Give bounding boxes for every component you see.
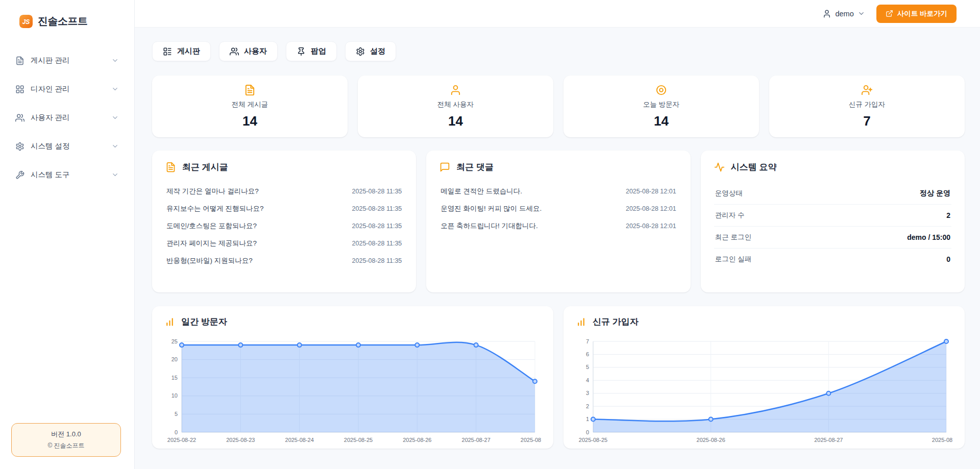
dashboard-content: 게시판 사용자 팝업 설정 전체 게시글 14 bbox=[135, 28, 980, 469]
file-text-icon bbox=[244, 84, 256, 96]
svg-text:2025-08-26: 2025-08-26 bbox=[697, 437, 725, 443]
brand[interactable]: JS 진솔소프트 bbox=[0, 0, 134, 43]
chevron-down-icon bbox=[857, 10, 865, 17]
svg-text:2: 2 bbox=[586, 403, 589, 409]
recent-post-item[interactable]: 제작 기간은 얼마나 걸리나요? 2025-08-28 11:35 bbox=[165, 183, 403, 200]
card-title-text: 최근 댓글 bbox=[456, 161, 494, 173]
post-date: 2025-08-28 11:35 bbox=[352, 188, 402, 195]
svg-text:6: 6 bbox=[586, 351, 589, 357]
summary-row-admin-count: 관리자 수 2 bbox=[714, 204, 951, 226]
middle-row: 최근 게시글 제작 기간은 얼마나 걸리나요? 2025-08-28 11:35… bbox=[152, 151, 965, 292]
sidebar-item-label: 시스템 설정 bbox=[31, 141, 105, 151]
svg-text:2025-08-28: 2025-08-28 bbox=[932, 437, 952, 443]
board-icon bbox=[163, 47, 172, 56]
recent-post-item[interactable]: 도메인/호스팅은 포함되나요? 2025-08-28 11:35 bbox=[165, 217, 403, 235]
system-summary-card: 시스템 요약 운영상태 정상 운영 관리자 수 2 최근 로그인 demo / … bbox=[701, 151, 965, 292]
comment-text: 운영진 화이팅! 커피 많이 드세요. bbox=[440, 204, 542, 213]
stat-label: 전체 사용자 bbox=[437, 100, 474, 109]
comment-date: 2025-08-28 12:01 bbox=[626, 223, 676, 230]
quick-nav-label: 사용자 bbox=[244, 46, 267, 56]
card-title-text: 최근 게시글 bbox=[182, 161, 228, 173]
wrench-icon bbox=[15, 170, 24, 180]
quick-nav-label: 팝업 bbox=[311, 46, 326, 56]
stats-row: 전체 게시글 14 전체 사용자 14 오늘 방문자 14 신규 가입자 7 bbox=[152, 76, 965, 137]
sidebar-item-label: 시스템 도구 bbox=[31, 170, 105, 180]
post-title: 관리자 페이지는 제공되나요? bbox=[166, 239, 257, 248]
file-text-icon bbox=[165, 162, 176, 172]
svg-text:7: 7 bbox=[586, 338, 589, 344]
stat-value: 14 bbox=[242, 113, 257, 129]
version-label: 버전 1.0.0 bbox=[16, 430, 116, 439]
new-signups-chart-card: 신규 가입자 012345672025-08-252025-08-262025-… bbox=[564, 306, 965, 449]
sidebar-item-board-management[interactable]: 게시판 관리 bbox=[8, 51, 126, 70]
quick-nav-popup-button[interactable]: 팝업 bbox=[286, 41, 337, 61]
sidebar-item-user-management[interactable]: 사용자 관리 bbox=[8, 108, 126, 128]
svg-text:5: 5 bbox=[175, 411, 178, 417]
user-menu[interactable]: demo bbox=[822, 9, 865, 18]
recent-comment-item[interactable]: 오픈 축하드립니다! 기대합니다. 2025-08-28 12:01 bbox=[439, 217, 677, 235]
recent-comment-item[interactable]: 메일로 견적안 드렸습니다. 2025-08-28 12:01 bbox=[439, 183, 677, 200]
summary-row-login-failures: 로그인 실패 0 bbox=[714, 248, 951, 270]
quick-nav-label: 설정 bbox=[370, 46, 385, 56]
svg-text:2025-08-28: 2025-08-28 bbox=[521, 437, 541, 443]
sidebar: JS 진솔소프트 게시판 관리 디자인 관리 사용자 관리 시스템 설정 시스템… bbox=[0, 0, 135, 469]
svg-text:15: 15 bbox=[172, 375, 178, 381]
users-icon bbox=[230, 47, 239, 56]
site-link-button[interactable]: 사이트 바로가기 bbox=[876, 5, 957, 23]
recent-post-item[interactable]: 관리자 페이지는 제공되나요? 2025-08-28 11:35 bbox=[165, 235, 403, 252]
summary-value: 2 bbox=[946, 211, 950, 219]
stat-label: 신규 가입자 bbox=[849, 100, 885, 109]
quick-nav-board-button[interactable]: 게시판 bbox=[152, 41, 211, 61]
chevron-down-icon bbox=[111, 142, 119, 150]
quick-nav: 게시판 사용자 팝업 설정 bbox=[152, 41, 965, 61]
user-plus-icon bbox=[861, 84, 873, 96]
recent-posts-title: 최근 게시글 bbox=[165, 161, 403, 173]
chevron-down-icon bbox=[111, 85, 119, 93]
daily-visitors-chart-card: 일간 방문자 05101520252025-08-222025-08-23202… bbox=[152, 306, 553, 449]
system-summary-title: 시스템 요약 bbox=[714, 161, 951, 173]
new-signups-chart: 012345672025-08-252025-08-262025-08-2720… bbox=[576, 337, 952, 446]
post-title: 도메인/호스팅은 포함되나요? bbox=[166, 221, 257, 231]
brand-logo-icon: JS bbox=[19, 15, 33, 28]
summary-label: 운영상태 bbox=[715, 189, 743, 198]
recent-comments-card: 최근 댓글 메일로 견적안 드렸습니다. 2025-08-28 12:01 운영… bbox=[426, 151, 690, 292]
stat-value: 7 bbox=[863, 113, 870, 129]
quick-nav-users-button[interactable]: 사용자 bbox=[219, 41, 278, 61]
external-link-icon bbox=[886, 10, 893, 17]
sidebar-item-label: 디자인 관리 bbox=[31, 84, 105, 94]
stat-value: 14 bbox=[654, 113, 669, 129]
message-square-icon bbox=[439, 162, 450, 172]
summary-value: demo / 15:00 bbox=[907, 233, 950, 241]
svg-text:20: 20 bbox=[172, 356, 178, 362]
sidebar-item-design-management[interactable]: 디자인 관리 bbox=[8, 79, 126, 99]
sidebar-nav: 게시판 관리 디자인 관리 사용자 관리 시스템 설정 시스템 도구 bbox=[0, 43, 134, 201]
summary-row-status: 운영상태 정상 운영 bbox=[714, 183, 951, 204]
quick-nav-settings-button[interactable]: 설정 bbox=[345, 41, 396, 61]
chevron-down-icon bbox=[111, 171, 119, 179]
post-date: 2025-08-28 11:35 bbox=[352, 205, 402, 212]
users-icon bbox=[15, 113, 24, 122]
summary-label: 로그인 실패 bbox=[715, 255, 751, 264]
recent-comment-item[interactable]: 운영진 화이팅! 커피 많이 드세요. 2025-08-28 12:01 bbox=[439, 200, 677, 217]
stat-card-today-visitors: 오늘 방문자 14 bbox=[564, 76, 759, 137]
summary-row-last-login: 최근 로그인 demo / 15:00 bbox=[714, 226, 951, 248]
svg-text:25: 25 bbox=[172, 338, 178, 344]
main-area: demo 사이트 바로가기 게시판 사용자 팝업 설정 bbox=[135, 0, 980, 469]
bar-chart-icon bbox=[164, 316, 175, 327]
pin-icon bbox=[297, 47, 306, 56]
recent-post-item[interactable]: 반응형(모바일) 지원되나요? 2025-08-28 11:35 bbox=[165, 252, 403, 269]
sidebar-item-system-tools[interactable]: 시스템 도구 bbox=[8, 165, 126, 185]
version-box: 버전 1.0.0 © 진솔소프트 bbox=[11, 423, 121, 457]
card-title-text: 시스템 요약 bbox=[731, 161, 777, 173]
recent-post-item[interactable]: 유지보수는 어떻게 진행되나요? 2025-08-28 11:35 bbox=[165, 200, 403, 217]
comment-date: 2025-08-28 12:01 bbox=[626, 188, 676, 195]
svg-text:2025-08-23: 2025-08-23 bbox=[226, 437, 255, 443]
sidebar-item-label: 게시판 관리 bbox=[31, 56, 105, 65]
new-signups-chart-title: 신규 가입자 bbox=[576, 316, 952, 328]
svg-text:3: 3 bbox=[586, 390, 589, 396]
stat-card-total-users: 전체 사용자 14 bbox=[358, 76, 553, 137]
recent-comments-title: 최근 댓글 bbox=[439, 161, 677, 173]
quick-nav-label: 게시판 bbox=[177, 46, 200, 56]
post-date: 2025-08-28 11:35 bbox=[352, 223, 402, 230]
sidebar-item-system-settings[interactable]: 시스템 설정 bbox=[8, 136, 126, 156]
